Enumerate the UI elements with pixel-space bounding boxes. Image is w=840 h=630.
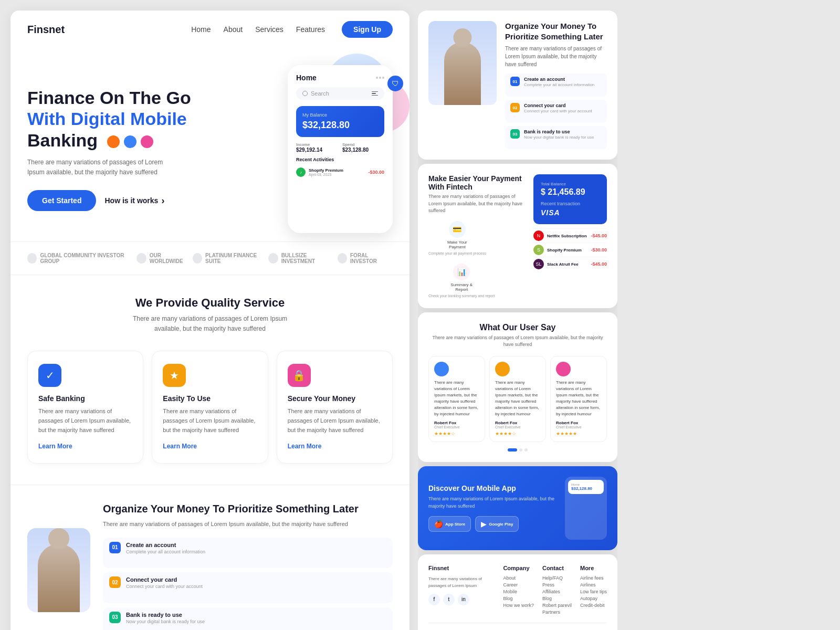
income-box: Income $29,192.14: [296, 142, 338, 153]
right-app-section: Discover Our Mobile App There are many v…: [418, 466, 617, 550]
instagram-icon[interactable]: in: [458, 594, 469, 605]
footer-career[interactable]: Career: [503, 582, 534, 587]
footer-about[interactable]: About: [503, 575, 534, 581]
phone-dots: [376, 77, 384, 79]
service-title-easy: Easity To Use: [163, 394, 257, 403]
test-text-2: There are many variations of Lorem Ipsum…: [495, 380, 540, 417]
nav-services[interactable]: Services: [255, 25, 284, 34]
payment-icon-report: 📊 Summary & Report Check your banking su…: [428, 264, 495, 298]
emoji-avatars: [106, 134, 154, 149]
test-name-2: Robert Fox: [495, 421, 540, 425]
app-subtitle: There are many variations of Lorem Ipsum…: [428, 496, 556, 510]
footer-autopay[interactable]: Autopay: [580, 596, 607, 601]
avatar-user-2: [495, 362, 510, 376]
footer-credit[interactable]: Credit-debit: [580, 603, 607, 608]
learn-more-secure[interactable]: Learn More: [288, 443, 322, 450]
tx-row-2: S Shopify Premium -$30.00: [533, 243, 607, 257]
right-app-text: Discover Our Mobile App There are many v…: [428, 484, 556, 532]
app-phone-mockup: Home $32,128.80: [565, 477, 607, 540]
learn-more-easy[interactable]: Learn More: [163, 443, 197, 450]
logo: Finsnet: [27, 24, 65, 36]
footer-help[interactable]: Help/FAQ: [542, 575, 572, 581]
avatar-user-3: [556, 362, 571, 376]
payment-icons: 💳 Make Your Payment Complete your all pa…: [428, 221, 525, 298]
dots-indicator: [428, 448, 607, 452]
footer-copyright: All rights reserved ©finsnet.com: [428, 623, 607, 631]
footer-contact-col: Contact Help/FAQ Press Affiliates Blog R…: [542, 565, 572, 616]
right-testimonials-section: What Our User Say There are many variati…: [418, 312, 617, 462]
make-payment-icon: 💳: [449, 221, 466, 238]
test-text-3: There are many variations of Lorem Ipsum…: [556, 380, 601, 417]
footer-affiliates[interactable]: Affiliates: [542, 589, 572, 594]
test-role-1: Chief Executive: [434, 425, 479, 429]
right-step-text-3: Bank is ready to use Now your digital ba…: [524, 129, 594, 146]
organize-section: Organize Your Money To Prioritize Someth…: [10, 485, 410, 630]
brand-1: GLOBAL COMMUNITY INVESTOR GROUP: [27, 253, 136, 264]
footer-contact-title: Contact: [542, 565, 572, 571]
slack-icon: SL: [533, 259, 544, 269]
right-organize-subtitle: There are many variations of passages of…: [505, 45, 607, 68]
phone-mockup: Home Search: [288, 65, 393, 233]
footer-blog[interactable]: Blog: [503, 596, 534, 601]
tx-amount-2: -$30.00: [591, 247, 607, 253]
hero-subtitle: There are many variations of passages of…: [27, 158, 174, 177]
dot-1: [508, 448, 517, 452]
dot-2: [519, 448, 522, 452]
service-desc-secure: There are many variations of passages of…: [288, 407, 382, 435]
activity-row: ♪ Shopify Premium April 03, 2023 -$30.00: [296, 165, 384, 179]
avatar-2: [123, 134, 138, 149]
footer-mobile[interactable]: Mobile: [503, 589, 534, 594]
tx-row-3: SL Slack Atrull Fee -$45.00: [533, 257, 607, 271]
right-step-text-2: Connect your card Connect your card with…: [524, 103, 592, 120]
footer-low-fare[interactable]: Low fare tips: [580, 589, 607, 594]
service-title-secure: Secure Your Money: [288, 394, 382, 403]
facebook-icon[interactable]: f: [428, 594, 440, 605]
nav-about[interactable]: About: [224, 25, 243, 34]
step-text-2: Connect your card Connect your card with…: [126, 576, 203, 598]
hero-section: Finance On The Go With Digital Mobile Ba…: [10, 48, 410, 242]
dot: [376, 77, 378, 79]
dot: [379, 77, 381, 79]
how-it-works-button[interactable]: How is it works: [104, 195, 164, 206]
signup-button[interactable]: Sign Up: [342, 21, 393, 38]
twitter-icon[interactable]: t: [443, 594, 455, 605]
tx-row-1: N Netflix Subscription -$45.00: [533, 228, 607, 243]
hero-text: Finance On The Go With Digital Mobile Ba…: [27, 87, 296, 212]
footer-brand-col: Finsnet There are many variations of pas…: [428, 565, 495, 616]
service-card-easy: ★ Easity To Use There are many variation…: [152, 351, 268, 464]
app-store-button[interactable]: 🍎 App Store: [428, 516, 471, 532]
right-steps: 01 Create an account Complete your all a…: [505, 74, 607, 149]
right-footer-section: Finsnet There are many variations of pas…: [418, 554, 617, 631]
phone-search[interactable]: Search: [296, 87, 384, 100]
avatar-user-1: [434, 362, 449, 376]
footer-partners[interactable]: Partners: [542, 610, 572, 615]
stars-3: ★★★★★: [556, 431, 601, 436]
avatar-3: [140, 134, 154, 149]
nav-features[interactable]: Features: [296, 25, 325, 34]
footer-how[interactable]: How we work?: [503, 603, 534, 608]
footer-contact-blog[interactable]: Blog: [542, 596, 572, 601]
tx-info-3: Slack Atrull Fee: [547, 262, 587, 267]
hero-title: Finance On The Go With Digital Mobile Ba…: [27, 87, 296, 151]
footer-press[interactable]: Press: [542, 582, 572, 587]
organize-steps: 01 Create an account Complete your all a…: [103, 538, 393, 630]
get-started-button[interactable]: Get Started: [27, 190, 96, 211]
brand-3: PLATINUM FINANCE SUITE: [193, 253, 269, 264]
footer-airline-fees[interactable]: Airline fees: [580, 575, 607, 581]
nav-home[interactable]: Home: [191, 25, 211, 34]
income-spend: Income $29,192.14 Spend $23,128.80: [296, 142, 384, 153]
learn-more-safe[interactable]: Learn More: [38, 443, 72, 450]
google-play-button[interactable]: ▶ Google Play: [475, 516, 519, 532]
brand-icon-3: [193, 253, 202, 264]
stars-2: ★★★★☆: [495, 431, 540, 436]
brand-icon-4: [268, 253, 278, 264]
right-step-num-2: 02: [510, 103, 520, 112]
navbar: Finsnet Home About Services Features Sig…: [10, 10, 410, 48]
footer-robert[interactable]: Robert parevil: [542, 603, 572, 608]
shopify-icon: S: [533, 245, 544, 255]
balance-card: My Balance $32,128.80: [296, 106, 384, 137]
quality-title: We Provide Quality Service: [27, 296, 393, 310]
footer-airlines[interactable]: Airlines: [580, 582, 607, 587]
report-icon: 📊: [453, 264, 470, 280]
brand-4: BULLSIZE INVESTMENT: [268, 253, 337, 264]
